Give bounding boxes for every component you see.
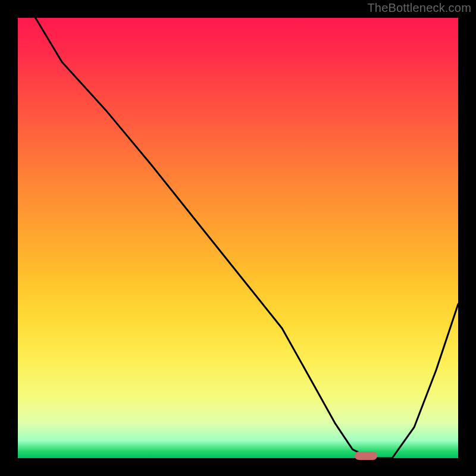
optimal-point-marker: [355, 452, 377, 460]
chart-frame: TheBottleneck.com: [0, 0, 476, 476]
bottleneck-curve-path: [36, 18, 458, 458]
bottleneck-curve-svg: [18, 18, 458, 458]
watermark-text: TheBottleneck.com: [367, 1, 471, 15]
